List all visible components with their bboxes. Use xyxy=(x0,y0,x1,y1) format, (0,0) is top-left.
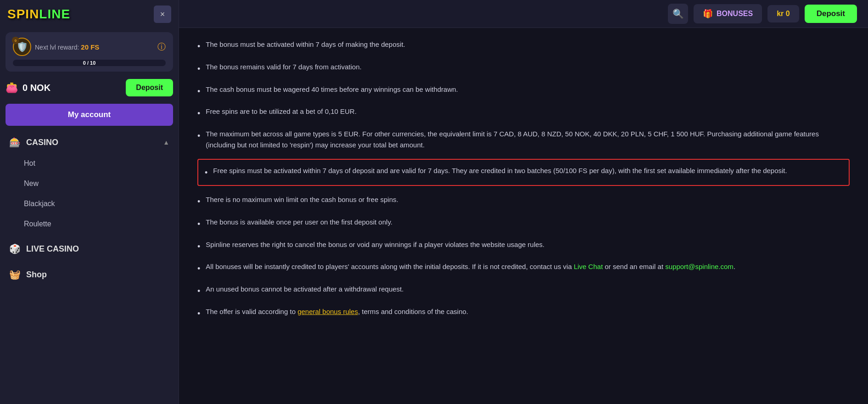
reward-value: 20 FS xyxy=(81,43,99,51)
list-item: • There is no maximum win limit on the c… xyxy=(197,194,850,208)
list-item: • The bonus remains valid for 7 days fro… xyxy=(197,62,850,76)
sidebar-item-new[interactable]: New xyxy=(0,174,179,194)
live-casino-icon: 🎲 xyxy=(9,243,21,254)
search-button[interactable]: 🔍 xyxy=(668,4,688,24)
sidebar-header: SPINLINE × xyxy=(0,0,179,28)
level-reward-box: 🛡️ 0 Next lvl reward: 20 FS ⓘ 0 / 10 xyxy=(6,32,173,72)
list-item: • The offer is valid according to genera… xyxy=(197,306,850,320)
list-item: • Spinline reserves the right to cancel … xyxy=(197,239,850,253)
item-text: Free spins must be activated within 7 da… xyxy=(213,165,787,176)
level-icon: 🛡️ 0 xyxy=(13,38,31,56)
wallet-icon: 👛 xyxy=(6,82,18,94)
shop-section-header[interactable]: 🧺 Shop xyxy=(0,264,179,286)
progress-bar: 0 / 10 xyxy=(13,60,166,66)
logo: SPINLINE xyxy=(7,7,70,22)
list-item: • The cash bonus must be wagered 40 time… xyxy=(197,84,850,98)
general-bonus-rules-link[interactable]: general bonus rules xyxy=(297,308,358,315)
info-icon[interactable]: ⓘ xyxy=(157,41,166,52)
reward-label: Next lvl reward: 20 FS xyxy=(35,43,99,51)
bullet-dot: • xyxy=(197,262,200,275)
bullet-dot: • xyxy=(197,40,200,53)
top-header: 🔍 🎁 BONUSES kr 0 Deposit xyxy=(179,0,868,28)
item-text: There is no maximum win limit on the cas… xyxy=(206,194,398,205)
sidebar-deposit-button[interactable]: Deposit xyxy=(126,79,173,96)
list-item: • An unused bonus cannot be activated af… xyxy=(197,284,850,298)
list-item: • The maximum bet across all game types … xyxy=(197,129,850,151)
logo-spin: SPIN xyxy=(7,7,39,21)
item-text: All bonuses will be instantly credited t… xyxy=(206,261,735,272)
bullet-list: • The bonus must be activated within 7 d… xyxy=(197,39,850,320)
progress-label: 0 / 10 xyxy=(83,60,96,66)
bullet-dot: • xyxy=(197,195,200,208)
shop-header-left: 🧺 Shop xyxy=(9,269,47,280)
bullet-dot: • xyxy=(197,62,200,76)
level-reward-top: 🛡️ 0 Next lvl reward: 20 FS ⓘ xyxy=(13,38,166,56)
casino-icon: 🎰 xyxy=(9,137,21,148)
search-icon: 🔍 xyxy=(672,8,684,19)
chevron-up-icon: ▲ xyxy=(163,139,169,146)
bullet-dot: • xyxy=(197,240,200,253)
live-casino-label: LIVE CASINO xyxy=(26,244,79,254)
bullet-dot: • xyxy=(197,107,200,120)
casino-section-header[interactable]: 🎰 CASINO ▲ xyxy=(0,131,179,153)
support-email-link[interactable]: support@spinline.com xyxy=(665,263,734,270)
sidebar-item-roulette[interactable]: Roulette xyxy=(0,214,179,234)
list-item: • Free spins are to be utilized at a bet… xyxy=(197,106,850,120)
item-text: Free spins are to be utilized at a bet o… xyxy=(206,106,357,117)
bullet-dot: • xyxy=(197,307,200,320)
item-text: The maximum bet across all game types is… xyxy=(206,129,850,151)
casino-label: CASINO xyxy=(26,138,58,147)
content-body: • The bonus must be activated within 7 d… xyxy=(179,28,868,339)
close-button[interactable]: × xyxy=(154,6,171,23)
wallet-row: 👛 0 NOK Deposit xyxy=(6,79,173,96)
live-casino-section-header[interactable]: 🎲 LIVE CASINO xyxy=(0,238,179,260)
logo-line: LINE xyxy=(39,7,70,21)
sidebar-item-hot[interactable]: Hot xyxy=(0,153,179,174)
list-item: • The bonus is available once per user o… xyxy=(197,217,850,231)
main-content: 🔍 🎁 BONUSES kr 0 Deposit • The bonus mus… xyxy=(179,0,868,404)
casino-header-left: 🎰 CASINO xyxy=(9,137,58,148)
wallet-amount: 0 NOK xyxy=(22,83,121,93)
sidebar-item-blackjack[interactable]: Blackjack xyxy=(0,194,179,214)
level-badge: 0 xyxy=(12,37,19,44)
item-text: The offer is valid according to general … xyxy=(206,306,468,317)
shop-label: Shop xyxy=(26,270,47,280)
item-text: The cash bonus must be wagered 40 times … xyxy=(206,84,458,95)
list-item: • The bonus must be activated within 7 d… xyxy=(197,39,850,53)
list-item: • All bonuses will be instantly credited… xyxy=(197,261,850,275)
shop-icon: 🧺 xyxy=(9,269,21,280)
bullet-dot: • xyxy=(205,166,207,180)
bonuses-button[interactable]: 🎁 BONUSES xyxy=(694,4,762,23)
live-chat-link[interactable]: Live Chat xyxy=(574,263,603,270)
list-item-highlighted: • Free spins must be activated within 7 … xyxy=(197,159,850,186)
bonuses-label: BONUSES xyxy=(717,10,753,18)
sidebar: SPINLINE × 🛡️ 0 Next lvl reward: 20 FS ⓘ… xyxy=(0,0,179,404)
item-text: The bonus is available once per user on … xyxy=(206,217,392,228)
live-casino-section: 🎲 LIVE CASINO xyxy=(0,236,179,262)
bonuses-icon: 🎁 xyxy=(703,9,713,19)
item-text: An unused bonus cannot be activated afte… xyxy=(206,284,403,295)
bullet-dot: • xyxy=(197,218,200,231)
header-deposit-button[interactable]: Deposit xyxy=(805,5,857,23)
item-text: Spinline reserves the right to cancel th… xyxy=(206,239,544,250)
bullet-dot: • xyxy=(197,85,200,98)
live-casino-header-left: 🎲 LIVE CASINO xyxy=(9,243,79,254)
item-text: The bonus must be activated within 7 day… xyxy=(206,39,405,50)
bullet-dot: • xyxy=(197,129,200,143)
shop-section: 🧺 Shop xyxy=(0,262,179,287)
bullet-dot: • xyxy=(197,285,200,298)
my-account-button[interactable]: My account xyxy=(6,104,173,126)
balance-button[interactable]: kr 0 xyxy=(767,5,799,22)
casino-section: 🎰 CASINO ▲ Hot New Blackjack Roulette xyxy=(0,129,179,236)
item-text: The bonus remains valid for 7 days from … xyxy=(206,62,361,73)
